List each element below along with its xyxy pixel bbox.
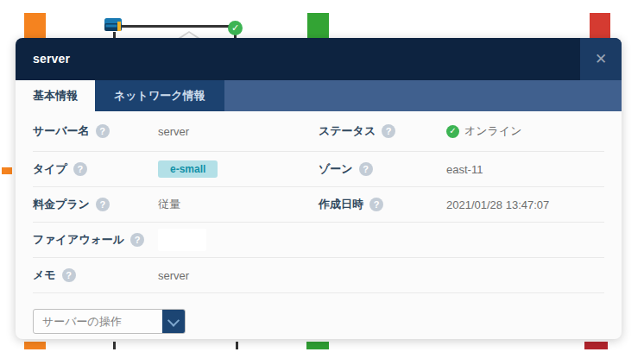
field-created: 作成日時 ? 2021/01/28 13:47:07 bbox=[319, 197, 604, 212]
background-red-block bbox=[590, 13, 610, 40]
help-icon[interactable]: ? bbox=[130, 233, 144, 247]
type-badge: e-small bbox=[158, 160, 218, 178]
field-value: server bbox=[158, 125, 189, 138]
field-plan: 料金プラン ? 従量 bbox=[33, 197, 319, 212]
page: ✓ server ✕ 基本情報 ネットワーク情報 サーバー名 ? bbox=[0, 0, 644, 352]
help-icon[interactable]: ? bbox=[62, 268, 76, 282]
tab-bar: 基本情報 ネットワーク情報 bbox=[16, 80, 622, 111]
field-row: タイプ ? e-small ゾーン ? east-11 bbox=[33, 152, 604, 187]
field-value: server bbox=[158, 269, 189, 282]
field-label: ファイアウォール bbox=[33, 232, 124, 248]
field-label: メモ bbox=[33, 267, 56, 283]
background-green-block-bottom bbox=[306, 342, 329, 349]
modal-body: サーバー名 ? server ステータス ? ✓ オンライン bbox=[16, 111, 622, 334]
status-value: ✓ オンライン bbox=[446, 123, 522, 139]
field-label: ゾーン bbox=[319, 161, 353, 177]
chevron-down-icon bbox=[167, 314, 180, 326]
server-icon bbox=[104, 17, 124, 34]
field-label: 作成日時 bbox=[319, 197, 363, 212]
field-value: オンライン bbox=[464, 123, 522, 139]
tab-basic-info[interactable]: 基本情報 bbox=[16, 80, 95, 111]
field-row: 料金プラン ? 従量 作成日時 ? 2021/01/28 13:47:07 bbox=[33, 187, 604, 223]
field-label: タイプ bbox=[33, 161, 67, 177]
field-zone: ゾーン ? east-11 bbox=[319, 161, 604, 177]
server-detail-modal: server ✕ 基本情報 ネットワーク情報 サーバー名 ? server bbox=[16, 38, 622, 339]
field-value: east-11 bbox=[446, 163, 483, 176]
topology-stub-line bbox=[236, 342, 238, 349]
action-row: サーバーの操作 bbox=[33, 309, 604, 334]
field-server-name: サーバー名 ? server bbox=[33, 123, 319, 139]
field-row: サーバー名 ? server ステータス ? ✓ オンライン bbox=[33, 111, 604, 152]
help-icon[interactable]: ? bbox=[369, 198, 383, 211]
field-status: ステータス ? ✓ オンライン bbox=[319, 123, 604, 139]
field-value: 従量 bbox=[158, 197, 180, 212]
field-value: 2021/01/28 13:47:07 bbox=[446, 198, 549, 211]
field-label: サーバー名 bbox=[33, 123, 90, 139]
field-firewall: ファイアウォール ? bbox=[33, 229, 319, 251]
field-row: メモ ? server bbox=[33, 258, 604, 293]
field-label: 料金プラン bbox=[33, 197, 90, 212]
help-icon[interactable]: ? bbox=[96, 198, 110, 211]
background-red-block-bottom bbox=[584, 342, 608, 349]
help-icon[interactable]: ? bbox=[382, 124, 395, 138]
server-action-dropdown-button[interactable] bbox=[162, 310, 185, 333]
server-action-select[interactable]: サーバーの操作 bbox=[33, 309, 186, 334]
status-check-icon: ✓ bbox=[228, 21, 243, 35]
tab-network-info[interactable]: ネットワーク情報 bbox=[95, 80, 224, 111]
help-icon[interactable]: ? bbox=[96, 124, 110, 138]
background-orange-block-bottom bbox=[24, 342, 46, 349]
background-orange-block bbox=[24, 13, 46, 40]
modal-title: server bbox=[16, 38, 622, 80]
modal-header: server ✕ bbox=[16, 38, 622, 80]
topology-connector-line bbox=[121, 25, 231, 28]
field-type: タイプ ? e-small bbox=[33, 160, 319, 178]
background-orange-sliver bbox=[2, 167, 12, 174]
field-row: ファイアウォール ? bbox=[33, 223, 604, 258]
help-icon[interactable]: ? bbox=[73, 162, 87, 176]
field-memo: メモ ? server bbox=[33, 267, 319, 283]
help-icon[interactable]: ? bbox=[359, 162, 373, 176]
close-icon: ✕ bbox=[595, 50, 607, 68]
topology-stub-line bbox=[113, 342, 116, 349]
firewall-empty-value bbox=[158, 229, 206, 251]
background-green-block bbox=[307, 13, 329, 40]
field-label: ステータス bbox=[319, 123, 376, 139]
server-action-select-label: サーバーの操作 bbox=[34, 310, 162, 333]
close-button[interactable]: ✕ bbox=[580, 38, 622, 80]
status-online-icon: ✓ bbox=[446, 125, 459, 138]
